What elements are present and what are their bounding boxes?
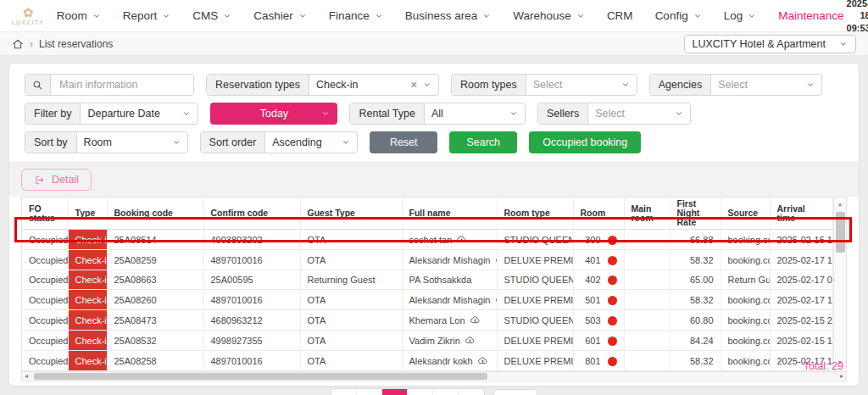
date-preset-button[interactable]: Today (210, 103, 337, 125)
nav-item-business-area[interactable]: Business area (405, 9, 492, 22)
horizontal-scrollbar[interactable]: ◂ ▸ (21, 372, 847, 381)
chevron-down-icon (806, 81, 815, 89)
reset-button[interactable]: Reset (370, 131, 437, 153)
guest-name: sochet tan (409, 235, 453, 245)
hotel-selector[interactable]: LUXCITY Hotel & Apartment (684, 35, 856, 53)
nav-item-warehouse[interactable]: Warehouse (513, 9, 585, 22)
type-badge: Check-in (68, 331, 107, 351)
nav-item-finance[interactable]: Finance (329, 9, 383, 22)
vertical-scroll-thumb[interactable] (836, 212, 845, 253)
sort-by-select[interactable]: Room (77, 132, 187, 153)
cell-full-name: Aleksandr Mishagin (402, 250, 497, 270)
table-row[interactable]: OccupiedCheck-in25A082594897010016OTAAle… (22, 250, 833, 270)
clear-icon[interactable]: ✕ (410, 80, 418, 91)
cloud-sync-icon[interactable] (477, 355, 488, 366)
cell-room-type: STUDIO QUEEN (497, 310, 573, 331)
pagination-last[interactable]: » (459, 389, 484, 395)
table-row[interactable]: OccupiedCheck-in25A085144903803202OTAsoc… (22, 230, 833, 250)
cell-first-night-rate: 58.32 (670, 351, 721, 371)
filter-row-3: Sort by Room Sort order Ascending Reset … (25, 131, 847, 153)
scroll-left-arrow[interactable]: ◂ (25, 372, 28, 381)
detail-bar: Detail (9, 162, 859, 197)
table-row[interactable]: OccupiedCheck-in25A085324998927355OTAVad… (22, 331, 833, 351)
home-icon[interactable] (12, 38, 24, 50)
occupied-booking-button[interactable]: Occupied booking (529, 131, 641, 153)
cell-full-name: Aleksandr Mishagin (402, 290, 497, 310)
column-header-confirm-code: Confirm code (203, 198, 300, 230)
pagination-prev[interactable]: ‹ (357, 389, 382, 395)
cloud-sync-icon[interactable] (465, 335, 476, 346)
column-header-arrival-time: Arrival time (770, 198, 833, 230)
reservation-types-select[interactable]: Check-in ✕ (309, 75, 438, 95)
search-input[interactable] (51, 75, 193, 95)
chevron-down-icon (576, 12, 585, 20)
cell-booking-code: 25A08258 (107, 351, 203, 371)
nav-item-maintenance[interactable]: Maintenance (778, 9, 843, 22)
table-row[interactable]: OccupiedCheck-in25A082584897010016OTAAle… (22, 351, 833, 371)
nav-item-log[interactable]: Log (724, 9, 757, 22)
cell-room-type: DELUXE PREMIUM (497, 331, 573, 351)
nav-item-config[interactable]: Config (655, 9, 702, 22)
sort-order-select[interactable]: Ascending (265, 132, 357, 153)
cell-fo-status: Occupied (22, 351, 68, 371)
page-size-select[interactable]: 20 (493, 389, 538, 395)
room-types-select[interactable]: Select (526, 75, 637, 95)
nav-item-label: CMS (192, 9, 218, 22)
room-status-dot (608, 275, 617, 285)
cell-full-name: Aleksandr kokh (402, 351, 497, 371)
pagination-first[interactable]: « (331, 389, 357, 395)
horizontal-scroll-thumb[interactable] (34, 373, 487, 380)
cell-source: booking.com (721, 351, 770, 371)
column-header-room-type: Room type (497, 198, 573, 230)
reservation-types-filter: Reservation types Check-in ✕ (206, 74, 439, 96)
cell-guest-type: OTA (300, 230, 402, 250)
room-status-dot (608, 256, 617, 265)
sellers-select[interactable]: Select (588, 103, 690, 124)
table-row[interactable]: OccupiedCheck-in25A084734680963212OTAKhe… (22, 310, 833, 331)
cloud-sync-icon[interactable] (470, 314, 481, 325)
nav-item-crm[interactable]: CRM (607, 9, 633, 22)
table-row[interactable]: OccupiedCheck-in25A0866325A00595Returnin… (22, 270, 833, 290)
cell-guest-type: OTA (300, 351, 402, 371)
agencies-select[interactable]: Select (711, 75, 821, 95)
cell-source: booking.com (721, 310, 770, 331)
cell-source: Return Guest (721, 270, 770, 290)
vertical-scrollbar[interactable]: ▲ ▼ (833, 198, 846, 371)
room-status-dot (608, 316, 617, 325)
nav-item-cms[interactable]: CMS (192, 9, 231, 22)
room-number: 601 (585, 336, 600, 346)
nav-item-report[interactable]: Report (123, 9, 171, 22)
chevron-down-icon (693, 12, 702, 20)
type-badge: Check-in (68, 310, 107, 331)
cell-fo-status: Occupied (22, 250, 68, 270)
search-button[interactable]: Search (449, 131, 517, 153)
chevron-down-icon (375, 12, 383, 20)
filter-by-select[interactable]: Departure Date (81, 103, 198, 124)
nav-item-cashier[interactable]: Cashier (253, 9, 307, 22)
pagination-page-2[interactable]: 2 (408, 389, 433, 395)
cell-arrival-time: 2025-02-15 20:05 (770, 310, 833, 331)
detail-button[interactable]: Detail (21, 169, 92, 191)
app-logo[interactable]: ✿ LUXCITY (12, 6, 45, 25)
table-row[interactable]: OccupiedCheck-in25A082604897010016OTAAle… (22, 290, 833, 310)
main-nav: RoomReportCMSCashierFinanceBusiness area… (57, 9, 844, 22)
cell-room-type: STUDIO QUEEN (497, 230, 573, 250)
nav-item-label: CRM (607, 9, 633, 22)
pagination-group: « ‹ 1 2 › » (331, 388, 485, 395)
pagination: « ‹ 1 2 › » 20 (9, 388, 859, 395)
nav-item-room[interactable]: Room (57, 9, 101, 22)
chevron-down-icon (172, 138, 181, 147)
scroll-right-arrow[interactable]: ▸ (840, 372, 843, 381)
rental-type-value: All (431, 108, 443, 120)
pagination-page-1[interactable]: 1 (382, 389, 408, 395)
rental-type-select[interactable]: All (425, 103, 525, 124)
cell-booking-code: 25A08514 (107, 230, 203, 250)
scroll-up-arrow[interactable]: ▲ (834, 198, 846, 210)
pagination-next[interactable]: › (433, 389, 459, 395)
cloud-sync-icon[interactable] (456, 234, 467, 245)
cell-source: booking.com (721, 250, 770, 270)
guest-name: Aleksandr kokh (409, 356, 473, 366)
chevron-down-icon (321, 109, 330, 118)
chevron-down-icon (182, 109, 191, 118)
cell-confirm-code: 4680963212 (203, 310, 300, 331)
